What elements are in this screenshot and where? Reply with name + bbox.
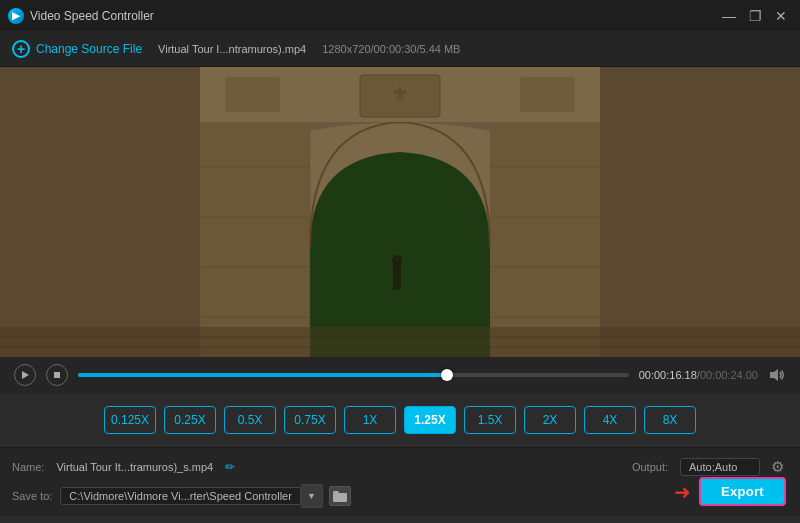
speed-btn-1X[interactable]: 1X: [344, 406, 396, 434]
arch-illustration: ⚜: [0, 67, 800, 357]
speed-btn-125X[interactable]: 1.25X: [404, 406, 456, 434]
play-button[interactable]: [14, 364, 36, 386]
file-info: Virtual Tour I...ntramuros).mp4 1280x720…: [158, 43, 460, 55]
speed-btn-8X[interactable]: 8X: [644, 406, 696, 434]
speed-btn-4X[interactable]: 4X: [584, 406, 636, 434]
total-time: 00:00:24.00: [700, 369, 758, 381]
path-dropdown: C:\Vidmore\Vidmore Vi...rter\Speed Contr…: [60, 484, 323, 508]
title-bar-left: ▶ Video Speed Controller: [8, 8, 154, 24]
progress-bar[interactable]: [78, 373, 629, 377]
change-source-button[interactable]: + Change Source File: [12, 40, 142, 58]
svg-rect-37: [333, 493, 347, 502]
output-row: Name: Virtual Tour It...tramuros)_s.mp4 …: [12, 456, 788, 478]
speed-btn-075X[interactable]: 0.75X: [284, 406, 336, 434]
svg-rect-29: [0, 327, 800, 357]
output-value: Auto;Auto: [680, 458, 760, 476]
svg-marker-36: [770, 369, 778, 381]
arrow-icon: ➜: [674, 480, 691, 504]
output-settings-button[interactable]: ⚙: [766, 456, 788, 478]
minimize-button[interactable]: —: [718, 7, 740, 25]
edit-name-icon[interactable]: ✏: [225, 460, 235, 474]
add-file-label: Change Source File: [36, 42, 142, 56]
progress-fill: [78, 373, 447, 377]
toolbar: + Change Source File Virtual Tour I...nt…: [0, 31, 800, 67]
svg-rect-35: [54, 372, 60, 378]
name-label: Name:: [12, 461, 44, 473]
title-bar: ▶ Video Speed Controller — ❐ ✕: [0, 0, 800, 31]
export-section: ➜ Export: [674, 477, 786, 506]
path-dropdown-button[interactable]: ▼: [301, 484, 323, 508]
plus-icon: +: [12, 40, 30, 58]
speed-btn-025X[interactable]: 0.25X: [164, 406, 216, 434]
current-time: 00:00:16.18: [639, 369, 697, 381]
output-selector: Auto;Auto ⚙: [680, 456, 788, 478]
progress-thumb[interactable]: [441, 369, 453, 381]
maximize-button[interactable]: ❐: [744, 7, 766, 25]
svg-rect-32: [393, 262, 401, 290]
app-icon: ▶: [8, 8, 24, 24]
svg-rect-22: [0, 67, 200, 357]
save-label: Save to:: [12, 490, 52, 502]
stop-button[interactable]: [46, 364, 68, 386]
video-frame: ⚜: [0, 67, 800, 357]
save-path-display: C:\Vidmore\Vidmore Vi...rter\Speed Contr…: [60, 487, 301, 505]
open-folder-button[interactable]: [329, 486, 351, 506]
export-button[interactable]: Export: [699, 477, 786, 506]
title-bar-controls: — ❐ ✕: [718, 7, 792, 25]
speed-section: 0.125X0.25X0.5X0.75X1X1.25X1.5X2X4X8X: [0, 393, 800, 447]
app-title: Video Speed Controller: [30, 9, 154, 23]
file-meta: 1280x720/00:00:30/5.44 MB: [322, 43, 460, 55]
svg-rect-23: [600, 67, 800, 357]
svg-point-33: [392, 255, 402, 265]
save-row: Save to: C:\Vidmore\Vidmore Vi...rter\Sp…: [12, 484, 788, 508]
time-display: 00:00:16.18/00:00:24.00: [639, 369, 758, 381]
svg-marker-34: [22, 371, 29, 379]
speed-btn-0125X[interactable]: 0.125X: [104, 406, 156, 434]
speed-btn-2X[interactable]: 2X: [524, 406, 576, 434]
video-preview-area: ⚜: [0, 67, 800, 357]
output-label: Output:: [632, 461, 668, 473]
file-name: Virtual Tour I...ntramuros).mp4: [158, 43, 306, 55]
speed-btn-05X[interactable]: 0.5X: [224, 406, 276, 434]
controls-bar: 00:00:16.18/00:00:24.00: [0, 357, 800, 393]
svg-rect-27: [225, 77, 280, 112]
speed-btn-15X[interactable]: 1.5X: [464, 406, 516, 434]
output-file-name: Virtual Tour It...tramuros)_s.mp4: [56, 461, 213, 473]
svg-text:⚜: ⚜: [391, 83, 409, 105]
volume-button[interactable]: [768, 366, 786, 384]
svg-rect-28: [520, 77, 575, 112]
bottom-wrapper: Name: Virtual Tour It...tramuros)_s.mp4 …: [0, 447, 800, 516]
close-button[interactable]: ✕: [770, 7, 792, 25]
